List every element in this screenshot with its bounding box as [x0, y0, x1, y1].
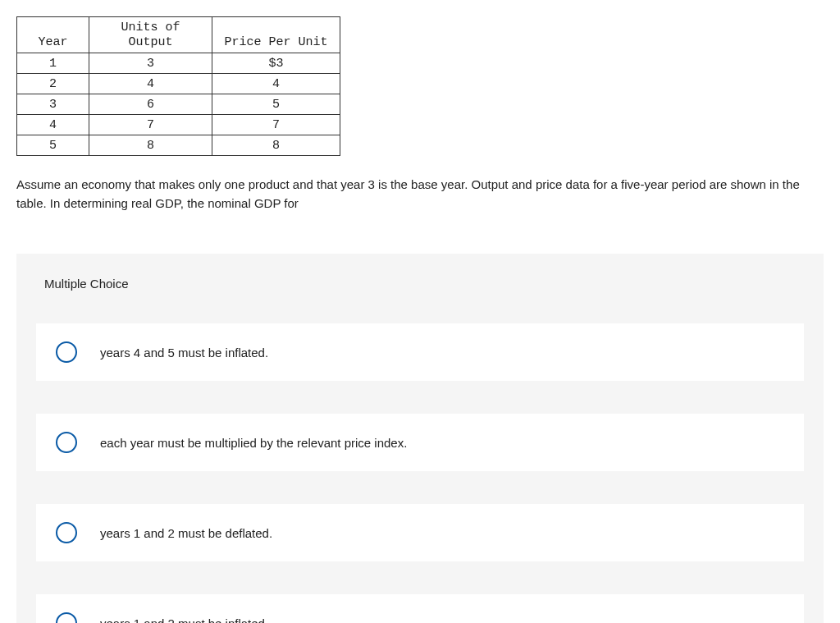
header-year: Year: [17, 17, 89, 53]
choice-text: each year must be multiplied by the rele…: [100, 436, 407, 450]
cell-year: 1: [17, 53, 89, 74]
choice-option[interactable]: each year must be multiplied by the rele…: [36, 414, 804, 471]
choice-option[interactable]: years 4 and 5 must be inflated.: [36, 323, 804, 381]
cell-year: 3: [17, 94, 89, 115]
cell-units: 7: [89, 115, 212, 135]
radio-icon[interactable]: [56, 522, 77, 543]
choice-text: years 1 and 2 must be deflated.: [100, 526, 272, 540]
data-table: Year Units of Output Price Per Unit 1 3 …: [16, 16, 340, 156]
table-row: 2 4 4: [17, 74, 340, 94]
choice-option[interactable]: years 1 and 2 must be inflated.: [36, 594, 804, 623]
table-row: 4 7 7: [17, 115, 340, 135]
cell-price: 8: [212, 135, 340, 156]
cell-units: 4: [89, 74, 212, 94]
choice-option[interactable]: years 1 and 2 must be deflated.: [36, 504, 804, 561]
table-header-row: Year Units of Output Price Per Unit: [17, 17, 340, 53]
choice-text: years 4 and 5 must be inflated.: [100, 346, 268, 360]
header-units: Units of Output: [89, 17, 212, 53]
radio-icon[interactable]: [56, 432, 77, 453]
cell-year: 2: [17, 74, 89, 94]
cell-price: 5: [212, 94, 340, 115]
multiple-choice-label: Multiple Choice: [44, 277, 804, 291]
answer-panel: Multiple Choice years 4 and 5 must be in…: [16, 254, 824, 623]
table-row: 1 3 $3: [17, 53, 340, 74]
question-text: Assume an economy that makes only one pr…: [16, 176, 824, 213]
choice-text: years 1 and 2 must be inflated.: [100, 616, 268, 624]
cell-price: $3: [212, 53, 340, 74]
cell-year: 4: [17, 115, 89, 135]
header-price: Price Per Unit: [212, 17, 340, 53]
table-row: 3 6 5: [17, 94, 340, 115]
cell-price: 7: [212, 115, 340, 135]
cell-units: 8: [89, 135, 212, 156]
table-row: 5 8 8: [17, 135, 340, 156]
cell-price: 4: [212, 74, 340, 94]
radio-icon[interactable]: [56, 612, 77, 623]
radio-icon[interactable]: [56, 341, 77, 363]
cell-units: 3: [89, 53, 212, 74]
cell-units: 6: [89, 94, 212, 115]
cell-year: 5: [17, 135, 89, 156]
